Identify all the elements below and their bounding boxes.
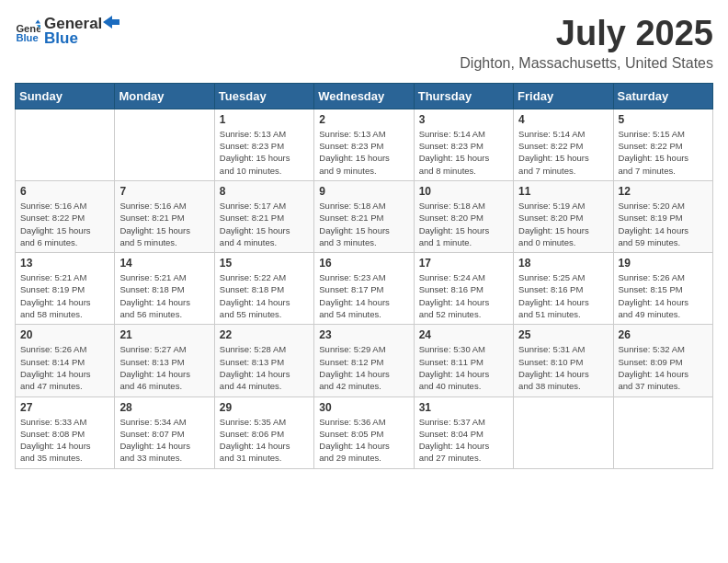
calendar-cell: 21Sunrise: 5:27 AM Sunset: 8:13 PM Dayli… [115, 325, 214, 396]
calendar-cell: 8Sunrise: 5:17 AM Sunset: 8:21 PM Daylig… [214, 180, 313, 252]
title-area: July 2025 Dighton, Massachusetts, United… [460, 15, 713, 72]
day-info: Sunrise: 5:31 AM Sunset: 8:10 PM Dayligh… [518, 343, 608, 392]
calendar-cell: 1Sunrise: 5:13 AM Sunset: 8:23 PM Daylig… [214, 109, 313, 180]
weekday-header: Sunday [16, 83, 115, 109]
weekday-header: Saturday [613, 83, 712, 109]
day-info: Sunrise: 5:28 AM Sunset: 8:13 PM Dayligh… [220, 343, 309, 392]
day-number: 23 [319, 328, 408, 341]
day-number: 20 [20, 328, 109, 341]
day-info: Sunrise: 5:20 AM Sunset: 8:19 PM Dayligh… [619, 200, 708, 248]
day-number: 27 [20, 401, 109, 414]
day-number: 19 [619, 257, 708, 270]
calendar-cell: 22Sunrise: 5:28 AM Sunset: 8:13 PM Dayli… [214, 325, 313, 396]
calendar-cell: 2Sunrise: 5:13 AM Sunset: 8:23 PM Daylig… [314, 109, 414, 180]
day-info: Sunrise: 5:22 AM Sunset: 8:18 PM Dayligh… [220, 271, 309, 320]
day-number: 5 [619, 113, 708, 126]
day-number: 31 [419, 401, 508, 414]
day-number: 17 [419, 257, 508, 270]
day-number: 21 [119, 328, 209, 341]
day-info: Sunrise: 5:15 AM Sunset: 8:22 PM Dayligh… [619, 128, 708, 177]
day-number: 22 [220, 328, 309, 341]
day-number: 2 [319, 113, 408, 126]
day-info: Sunrise: 5:13 AM Sunset: 8:23 PM Dayligh… [220, 128, 309, 177]
day-info: Sunrise: 5:18 AM Sunset: 8:20 PM Dayligh… [419, 200, 508, 248]
calendar-cell: 5Sunrise: 5:15 AM Sunset: 8:22 PM Daylig… [613, 109, 712, 180]
calendar-cell [16, 109, 115, 180]
day-info: Sunrise: 5:16 AM Sunset: 8:21 PM Dayligh… [119, 200, 209, 248]
calendar-cell: 26Sunrise: 5:32 AM Sunset: 8:09 PM Dayli… [613, 325, 712, 396]
day-number: 8 [220, 185, 309, 198]
calendar-cell: 12Sunrise: 5:20 AM Sunset: 8:19 PM Dayli… [613, 180, 712, 252]
day-info: Sunrise: 5:24 AM Sunset: 8:16 PM Dayligh… [419, 271, 508, 320]
day-number: 1 [220, 113, 309, 126]
logo-arrow-icon [103, 16, 119, 29]
calendar-week-row: 20Sunrise: 5:26 AM Sunset: 8:14 PM Dayli… [16, 325, 713, 396]
calendar-week-row: 13Sunrise: 5:21 AM Sunset: 8:19 PM Dayli… [16, 253, 713, 325]
day-info: Sunrise: 5:23 AM Sunset: 8:17 PM Dayligh… [319, 271, 408, 320]
day-info: Sunrise: 5:29 AM Sunset: 8:12 PM Dayligh… [319, 343, 408, 392]
calendar-cell: 7Sunrise: 5:16 AM Sunset: 8:21 PM Daylig… [115, 180, 214, 252]
calendar-cell [115, 109, 214, 180]
calendar-cell: 24Sunrise: 5:30 AM Sunset: 8:11 PM Dayli… [414, 325, 513, 396]
calendar-cell: 29Sunrise: 5:35 AM Sunset: 8:06 PM Dayli… [214, 396, 313, 468]
calendar-table: SundayMondayTuesdayWednesdayThursdayFrid… [15, 83, 713, 469]
day-info: Sunrise: 5:17 AM Sunset: 8:21 PM Dayligh… [220, 200, 309, 248]
day-info: Sunrise: 5:18 AM Sunset: 8:21 PM Dayligh… [319, 200, 408, 248]
header: General Blue General Blue July 2025 Digh… [15, 15, 713, 72]
weekday-header: Friday [514, 83, 613, 109]
day-number: 13 [20, 257, 109, 270]
day-info: Sunrise: 5:14 AM Sunset: 8:22 PM Dayligh… [518, 128, 608, 177]
calendar-cell: 13Sunrise: 5:21 AM Sunset: 8:19 PM Dayli… [16, 253, 115, 325]
day-info: Sunrise: 5:33 AM Sunset: 8:08 PM Dayligh… [20, 416, 109, 465]
calendar-week-row: 6Sunrise: 5:16 AM Sunset: 8:22 PM Daylig… [16, 180, 713, 252]
day-info: Sunrise: 5:26 AM Sunset: 8:15 PM Dayligh… [619, 271, 708, 320]
calendar-week-row: 27Sunrise: 5:33 AM Sunset: 8:08 PM Dayli… [16, 396, 713, 468]
day-number: 12 [619, 185, 708, 198]
day-number: 14 [119, 257, 209, 270]
day-number: 6 [20, 185, 109, 198]
logo: General Blue General Blue [15, 15, 120, 48]
day-info: Sunrise: 5:36 AM Sunset: 8:05 PM Dayligh… [319, 416, 408, 465]
day-info: Sunrise: 5:27 AM Sunset: 8:13 PM Dayligh… [119, 343, 209, 392]
calendar-cell: 27Sunrise: 5:33 AM Sunset: 8:08 PM Dayli… [16, 396, 115, 468]
logo-icon: General Blue [15, 18, 40, 44]
day-number: 29 [220, 401, 309, 414]
day-info: Sunrise: 5:25 AM Sunset: 8:16 PM Dayligh… [518, 271, 608, 320]
day-number: 3 [419, 113, 508, 126]
day-info: Sunrise: 5:34 AM Sunset: 8:07 PM Dayligh… [119, 416, 209, 465]
calendar-cell: 4Sunrise: 5:14 AM Sunset: 8:22 PM Daylig… [514, 109, 613, 180]
day-number: 30 [319, 401, 408, 414]
svg-text:Blue: Blue [16, 32, 38, 43]
day-info: Sunrise: 5:30 AM Sunset: 8:11 PM Dayligh… [419, 343, 508, 392]
weekday-header: Thursday [414, 83, 513, 109]
day-number: 7 [119, 185, 209, 198]
calendar-cell: 25Sunrise: 5:31 AM Sunset: 8:10 PM Dayli… [514, 325, 613, 396]
day-info: Sunrise: 5:13 AM Sunset: 8:23 PM Dayligh… [319, 128, 408, 177]
day-number: 16 [319, 257, 408, 270]
weekday-header: Monday [115, 83, 214, 109]
day-number: 28 [119, 401, 209, 414]
svg-marker-4 [103, 16, 119, 29]
day-number: 25 [518, 328, 608, 341]
calendar-week-row: 1Sunrise: 5:13 AM Sunset: 8:23 PM Daylig… [16, 109, 713, 180]
day-info: Sunrise: 5:35 AM Sunset: 8:06 PM Dayligh… [220, 416, 309, 465]
calendar-cell: 16Sunrise: 5:23 AM Sunset: 8:17 PM Dayli… [314, 253, 414, 325]
calendar-cell [514, 396, 613, 468]
calendar-cell: 6Sunrise: 5:16 AM Sunset: 8:22 PM Daylig… [16, 180, 115, 252]
day-number: 10 [419, 185, 508, 198]
day-number: 26 [619, 328, 708, 341]
calendar-cell: 9Sunrise: 5:18 AM Sunset: 8:21 PM Daylig… [314, 180, 414, 252]
day-info: Sunrise: 5:37 AM Sunset: 8:04 PM Dayligh… [419, 416, 508, 465]
calendar-cell: 18Sunrise: 5:25 AM Sunset: 8:16 PM Dayli… [514, 253, 613, 325]
day-info: Sunrise: 5:14 AM Sunset: 8:23 PM Dayligh… [419, 128, 508, 177]
day-info: Sunrise: 5:26 AM Sunset: 8:14 PM Dayligh… [20, 343, 109, 392]
calendar-cell: 20Sunrise: 5:26 AM Sunset: 8:14 PM Dayli… [16, 325, 115, 396]
day-number: 4 [518, 113, 608, 126]
day-info: Sunrise: 5:32 AM Sunset: 8:09 PM Dayligh… [619, 343, 708, 392]
calendar-cell: 17Sunrise: 5:24 AM Sunset: 8:16 PM Dayli… [414, 253, 513, 325]
day-info: Sunrise: 5:21 AM Sunset: 8:18 PM Dayligh… [119, 271, 209, 320]
day-number: 18 [518, 257, 608, 270]
calendar-cell: 3Sunrise: 5:14 AM Sunset: 8:23 PM Daylig… [414, 109, 513, 180]
calendar-cell: 10Sunrise: 5:18 AM Sunset: 8:20 PM Dayli… [414, 180, 513, 252]
calendar-cell: 14Sunrise: 5:21 AM Sunset: 8:18 PM Dayli… [115, 253, 214, 325]
